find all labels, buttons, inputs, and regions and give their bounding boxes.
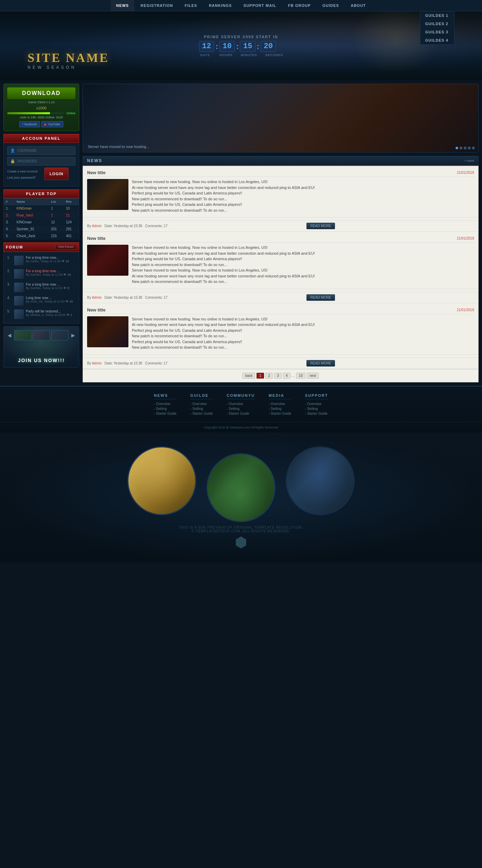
password-input[interactable] — [17, 159, 72, 163]
create-account-link[interactable]: Create a new Account — [7, 170, 38, 173]
news-title-row: New title 21/01/2018 — [87, 236, 474, 243]
page-next-button[interactable]: next — [307, 373, 319, 379]
player-level: 215 — [49, 233, 64, 240]
slider-dot-2[interactable] — [460, 147, 462, 149]
slider-dot-5[interactable] — [472, 147, 475, 149]
visit-forum-button[interactable]: Visit Forum — [55, 244, 77, 250]
username-field[interactable]: 👤 — [7, 146, 75, 155]
forum-thumb — [14, 283, 24, 292]
forum-item-title[interactable]: For a long time now ... — [26, 283, 75, 286]
page-10-button[interactable]: 10 — [296, 373, 305, 379]
forum-item-title[interactable]: For a long time now ... — [26, 269, 75, 273]
forum-content: For a long time now ... By Sachko, Today… — [26, 283, 75, 290]
facebook-button[interactable]: f facebook — [19, 121, 40, 127]
more-link[interactable]: + more — [464, 159, 474, 162]
news-author: Admin — [92, 224, 102, 228]
lost-password-link[interactable]: Lost your password? — [7, 176, 36, 179]
download-box: DOWNLOAD Game Client v 1.14 x1000 Online… — [3, 84, 79, 131]
guides-item-2[interactable]: GUILDES 2 — [420, 20, 454, 28]
login-button[interactable]: LOGIN — [44, 168, 69, 180]
footer-link[interactable]: - Starter Guide — [154, 412, 177, 415]
footer-link[interactable]: - Overview — [305, 402, 328, 406]
read-more-button[interactable]: READ MORE — [306, 294, 335, 301]
guides-item-3[interactable]: GUILDES 3 — [420, 28, 454, 36]
footer-link[interactable]: - Starter Guide — [227, 412, 255, 415]
footer-link[interactable]: - Setting — [269, 407, 291, 411]
label-sep3 — [259, 53, 264, 57]
footer-col-guilde: GUILDE- Overview- Setting- Starter Guide — [190, 393, 213, 416]
nav-files[interactable]: FILES — [179, 0, 202, 11]
download-button[interactable]: DOWNLOAD — [7, 87, 75, 99]
nav-support-mail[interactable]: SUPPORT MAIL — [238, 0, 282, 11]
banner-prev-button[interactable]: ◀ — [6, 330, 13, 340]
nav-fb-group[interactable]: FB GROUP — [282, 0, 316, 11]
hero-section: PRIME SERVER X999 START IN 12 : 10 : 15 … — [0, 11, 482, 80]
footer-col-support: SUPPORT- Overview- Setting- Starter Guid… — [305, 393, 328, 416]
forum-thumb — [14, 296, 24, 306]
news-item-body: New title 21/01/2018 Server have moved t… — [83, 166, 478, 218]
player-name: Chuck_Jack — [14, 233, 49, 240]
username-input[interactable] — [17, 149, 72, 152]
footer-col-media: MEDIA- Overview- Setting- Starter Guide — [269, 393, 291, 416]
label-minutes: MINUTES — [241, 53, 257, 57]
footer-link[interactable]: - Overview — [269, 402, 291, 406]
footer-link[interactable]: - Setting — [154, 407, 177, 411]
forum-item-meta: By Ashk_Ab, Today at 12:03 👁 10 — [26, 300, 75, 303]
page-2-button[interactable]: 2 — [265, 373, 273, 379]
countdown-sep-3: : — [257, 42, 259, 51]
guides-item-1[interactable]: GUILDES 1 — [420, 11, 454, 20]
news-content: New title 21/01/2018 Server have moved t… — [83, 166, 479, 369]
footer-link[interactable]: - Setting — [190, 407, 213, 411]
read-more-button[interactable]: READ MORE — [306, 360, 335, 367]
youtube-button[interactable]: ▶ YouTube — [41, 121, 63, 127]
slider-dot-4[interactable] — [468, 147, 471, 149]
slider-dot-3[interactable] — [464, 147, 467, 149]
forum-item-title[interactable]: Party will be restored... — [26, 309, 75, 313]
forum-rank: 5. — [7, 309, 12, 313]
news-footer-meta: By Admin Date: Yesterday at 15:38 Commen… — [87, 296, 168, 299]
footer-link[interactable]: - Setting — [305, 407, 328, 411]
facebook-icon: f — [22, 123, 23, 126]
read-more-button[interactable]: READ MORE — [306, 223, 335, 229]
footer-link[interactable]: - Starter Guide — [190, 412, 213, 415]
server-bar-row: Online — [7, 112, 75, 115]
guides-item-4[interactable]: GUILDES 4 — [420, 36, 454, 44]
forum-title: FORUM — [6, 245, 23, 249]
player-res: 291 — [64, 226, 79, 233]
footer-link[interactable]: - Overview — [154, 402, 177, 406]
footer-link[interactable]: - Overview — [227, 402, 255, 406]
join-banner: ◀ ▶ JOIN US NOW!!! — [3, 326, 79, 368]
account-panel-body: 👤 🔒 Create a new Account Lost your passw… — [3, 143, 79, 187]
footer-link[interactable]: - Overview — [190, 402, 213, 406]
page-3-button[interactable]: 3 — [274, 373, 282, 379]
col-level: LvL — [49, 199, 64, 205]
nav-registration[interactable]: REGISTRATION — [135, 0, 178, 11]
page-back-button[interactable]: back — [242, 373, 255, 379]
nav-about[interactable]: ABOUT — [345, 0, 371, 11]
player-res: 124 — [64, 219, 79, 226]
slider-dot-1[interactable] — [455, 147, 458, 149]
forum-thumb — [14, 309, 24, 319]
circle-bg-1 — [128, 447, 195, 514]
footer-link[interactable]: - Starter Guide — [305, 412, 328, 415]
forum-item-title[interactable]: Long time now ... — [26, 296, 75, 300]
nav-news[interactable]: NEWS — [111, 0, 134, 11]
forum-item-title[interactable]: For a long time now... — [26, 256, 75, 260]
player-table-row: 5. Chuck_Jack 215 401 — [4, 233, 79, 240]
server-tag: x1000 — [7, 106, 75, 110]
page-4-button[interactable]: 4 — [283, 373, 291, 379]
nav-guides[interactable]: GUIDES — [317, 0, 345, 11]
nav-rankings[interactable]: RANKINGS — [203, 0, 238, 11]
news-body: Server have moved to new hosting. Now mu… — [87, 245, 474, 285]
page-1-button[interactable]: 1 — [256, 373, 264, 379]
banner-next-button[interactable]: ▶ — [70, 330, 76, 340]
countdown-minutes-block: 15 — [240, 41, 255, 52]
player-rank: 1. — [4, 205, 14, 212]
forum-item: 2. For a long time now ... By Sachko, To… — [6, 267, 77, 281]
news-item: New title 21/01/2018 Server have moved t… — [83, 303, 478, 369]
forum-item: 5. Party will be restored... By Mishka_9… — [6, 308, 77, 321]
footer-link[interactable]: - Starter Guide — [269, 412, 291, 415]
password-field[interactable]: 🔒 — [7, 157, 75, 166]
footer-link[interactable]: - Setting — [227, 407, 255, 411]
footer-col-communyu: COMMUNYU- Overview- Setting- Starter Gui… — [227, 393, 255, 416]
